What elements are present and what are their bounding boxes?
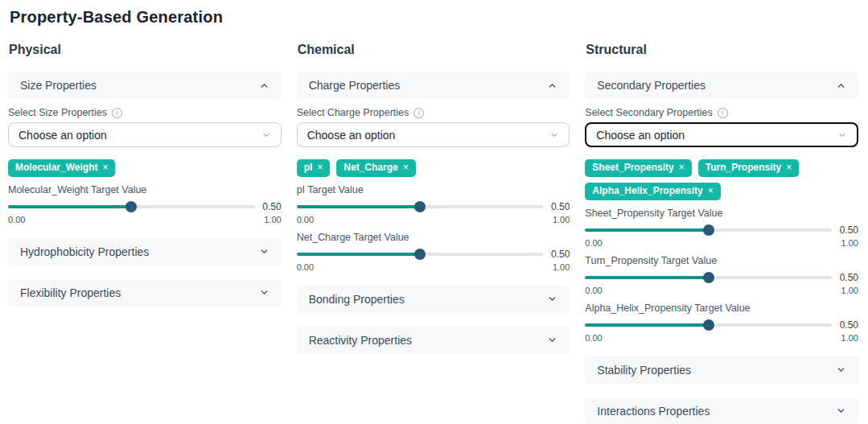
accordion-bonding-properties[interactable]: Bonding Properties <box>297 286 570 313</box>
tag-remove-icon[interactable]: × <box>403 163 409 174</box>
slider-min: 0.00 <box>297 215 314 224</box>
slider-value: 0.50 <box>837 272 858 283</box>
slider-fill <box>585 228 708 232</box>
select-charge-properties[interactable]: Choose an option <box>297 122 570 147</box>
chevron-down-icon <box>836 405 846 416</box>
slider-minmax: 0.00 1.00 <box>8 215 282 224</box>
tag-remove-icon[interactable]: × <box>102 163 108 174</box>
slider-handle[interactable] <box>125 201 137 212</box>
chevron-down-icon <box>836 364 846 375</box>
tag-sheet-propensity: Sheet_Propensity × <box>585 159 691 177</box>
slider-handle[interactable] <box>414 201 426 212</box>
slider-fill <box>297 253 420 256</box>
tag-molecular-weight: Molecular_Weight × <box>8 159 115 177</box>
slider-handle[interactable] <box>703 319 714 331</box>
select-label-text: Select Charge Properties <box>297 107 409 118</box>
selected-tags: Sheet_Propensity × Turn_Propensity × Alp… <box>585 159 858 200</box>
accordion-interactions-properties[interactable]: Interactions Properties <box>585 397 858 424</box>
select-size-properties[interactable]: Choose an option <box>8 122 282 147</box>
accordion-title: Secondary Properties <box>597 79 706 92</box>
info-icon[interactable]: i <box>413 108 424 118</box>
column-heading-chemical: Chemical <box>298 43 570 57</box>
accordion-flexibility-properties[interactable]: Flexibility Properties <box>8 279 282 307</box>
tag-turn-propensity: Turn_Propensity × <box>698 159 799 177</box>
column-chemical: Chemical Charge Properties Select Charge… <box>297 43 570 424</box>
accordion-title: Charge Properties <box>309 79 401 92</box>
slider-turn-propensity[interactable]: 0.50 <box>585 272 858 283</box>
slider-minmax: 0.00 1.00 <box>585 286 858 295</box>
select-label-text: Select Size Properties <box>8 107 107 118</box>
tag-label: pI <box>304 163 313 174</box>
slider-track[interactable] <box>297 253 544 256</box>
column-heading-structural: Structural <box>586 43 858 57</box>
slider-minmax: 0.00 1.00 <box>585 333 858 343</box>
chevron-down-icon <box>837 130 847 140</box>
tag-remove-icon[interactable]: × <box>679 163 685 174</box>
slider-max: 1.00 <box>841 238 858 248</box>
slider-label: pI Target Value <box>297 184 570 196</box>
slider-sheet-propensity[interactable]: 0.50 <box>585 224 858 236</box>
accordion-charge-properties[interactable]: Charge Properties <box>297 72 570 99</box>
slider-track[interactable] <box>585 323 832 327</box>
tag-alpha-helix-propensity: Alpha_Helix_Propensity × <box>585 183 720 200</box>
slider-track[interactable] <box>585 228 832 232</box>
slider-max: 1.00 <box>264 215 281 224</box>
slider-handle[interactable] <box>414 249 426 260</box>
chevron-down-icon <box>547 335 557 345</box>
tag-pi: pI × <box>297 159 331 177</box>
select-value: Choose an option <box>19 129 107 142</box>
slider-min: 0.00 <box>8 215 25 224</box>
select-label-secondary: Select Secondary Properties i <box>585 107 858 118</box>
accordion-stability-properties[interactable]: Stability Properties <box>585 356 858 384</box>
tag-remove-icon[interactable]: × <box>317 163 323 174</box>
slider-minmax: 0.00 1.00 <box>297 215 570 224</box>
tag-label: Net_Charge <box>343 163 397 174</box>
info-icon[interactable]: i <box>112 108 122 118</box>
slider-max: 1.00 <box>553 215 570 224</box>
chevron-up-icon <box>259 80 269 91</box>
accordion-title: Hydrophobicity Properties <box>20 245 149 258</box>
slider-handle[interactable] <box>703 272 714 283</box>
slider-track[interactable] <box>585 276 832 279</box>
column-heading-physical: Physical <box>9 43 282 57</box>
slider-label: Sheet_Propensity Target Value <box>585 208 858 219</box>
selected-tags: Molecular_Weight × <box>8 159 282 177</box>
columns-container: Physical Size Properties Select Size Pro… <box>8 43 858 424</box>
column-physical: Physical Size Properties Select Size Pro… <box>8 43 282 424</box>
slider-track[interactable] <box>8 205 255 208</box>
tag-net-charge: Net_Charge × <box>336 159 415 177</box>
chevron-down-icon <box>259 287 269 298</box>
slider-max: 1.00 <box>841 286 858 295</box>
tag-remove-icon[interactable]: × <box>786 163 792 174</box>
chevron-down-icon <box>547 294 557 304</box>
slider-alpha-helix-propensity[interactable]: 0.50 <box>585 319 858 331</box>
slider-handle[interactable] <box>703 224 714 236</box>
chevron-up-icon <box>547 80 557 91</box>
tag-label: Turn_Propensity <box>706 163 781 174</box>
accordion-secondary-properties[interactable]: Secondary Properties <box>585 72 858 99</box>
accordion-size-properties[interactable]: Size Properties <box>8 72 282 99</box>
chevron-up-icon <box>836 80 846 91</box>
slider-fill <box>585 276 708 279</box>
info-icon[interactable]: i <box>718 108 728 118</box>
slider-value: 0.50 <box>837 319 858 331</box>
slider-molecular-weight[interactable]: 0.50 <box>8 201 282 212</box>
slider-pi[interactable]: 0.50 <box>297 201 570 212</box>
slider-minmax: 0.00 1.00 <box>585 238 858 248</box>
select-label-text: Select Secondary Properties <box>585 107 712 118</box>
page-title: Property-Based Generation <box>10 8 858 27</box>
accordion-reactivity-properties[interactable]: Reactivity Properties <box>297 327 570 354</box>
slider-track[interactable] <box>297 205 544 208</box>
slider-fill <box>297 205 420 208</box>
slider-net-charge[interactable]: 0.50 <box>297 249 570 260</box>
accordion-hydrophobicity-properties[interactable]: Hydrophobicity Properties <box>8 238 282 266</box>
chevron-down-icon <box>261 130 271 140</box>
select-secondary-properties[interactable]: Choose an option <box>585 122 858 147</box>
chevron-down-icon <box>259 246 269 257</box>
slider-min: 0.00 <box>585 238 602 248</box>
slider-label: Molecular_Weight Target Value <box>8 184 282 196</box>
slider-value: 0.50 <box>549 249 570 260</box>
select-label-size: Select Size Properties i <box>8 107 282 118</box>
tag-remove-icon[interactable]: × <box>708 186 714 197</box>
slider-minmax: 0.00 1.00 <box>297 262 570 272</box>
